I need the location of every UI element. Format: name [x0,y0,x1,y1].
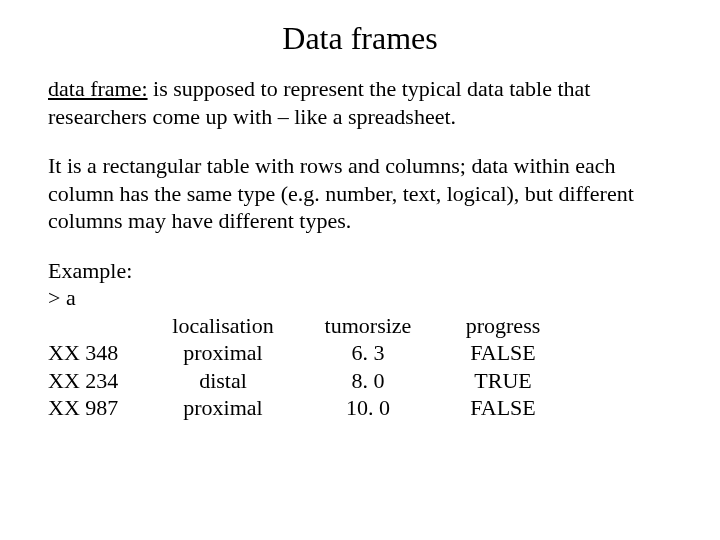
table-cell-progress: FALSE [438,339,568,367]
table-cell-localisation: proximal [148,339,298,367]
col-header-tumorsize: tumorsize [298,312,438,340]
table-row-id: XX 348 [48,339,148,367]
table-cell-tumorsize: 8. 0 [298,367,438,395]
table-cell-progress: TRUE [438,367,568,395]
col-header-progress: progress [438,312,568,340]
example-block: Example: > a localisation tumorsize prog… [48,257,672,422]
table-cell-progress: FALSE [438,394,568,422]
data-table: localisation tumorsize progress XX 348 p… [48,312,672,422]
table-cell-tumorsize: 10. 0 [298,394,438,422]
table-row-id: XX 234 [48,367,148,395]
table-cell-localisation: proximal [148,394,298,422]
example-label: Example: [48,257,672,285]
slide: Data frames data frame: is supposed to r… [0,0,720,422]
col-header-blank [48,312,148,340]
page-title: Data frames [48,20,672,57]
description-paragraph: It is a rectangular table with rows and … [48,152,672,235]
example-prompt: > a [48,284,672,312]
col-header-localisation: localisation [148,312,298,340]
table-row-id: XX 987 [48,394,148,422]
table-cell-tumorsize: 6. 3 [298,339,438,367]
table-cell-localisation: distal [148,367,298,395]
definition-paragraph: data frame: is supposed to represent the… [48,75,672,130]
term-data-frame: data frame: [48,76,148,101]
